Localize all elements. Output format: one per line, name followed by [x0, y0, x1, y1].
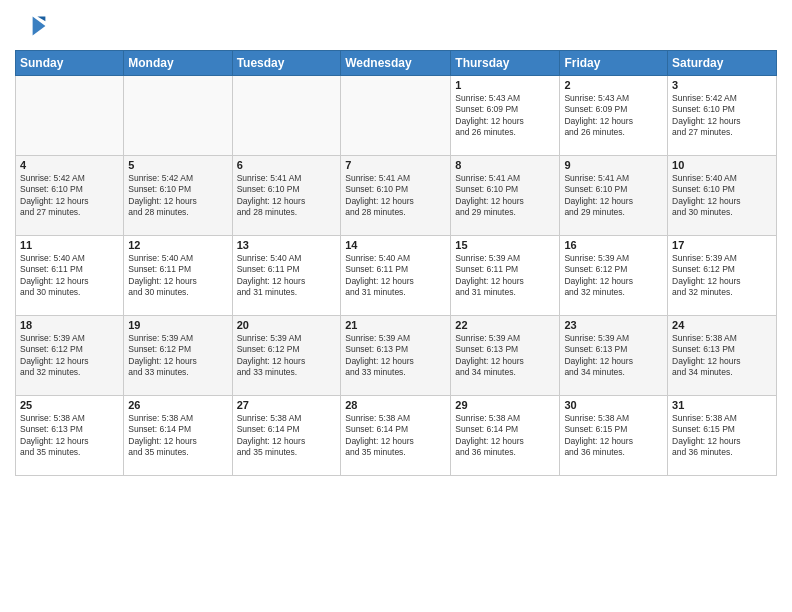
calendar-cell: 28Sunrise: 5:38 AM Sunset: 6:14 PM Dayli… [341, 396, 451, 476]
calendar-cell: 21Sunrise: 5:39 AM Sunset: 6:13 PM Dayli… [341, 316, 451, 396]
calendar-cell: 9Sunrise: 5:41 AM Sunset: 6:10 PM Daylig… [560, 156, 668, 236]
weekday-header-tuesday: Tuesday [232, 51, 341, 76]
weekday-header-sunday: Sunday [16, 51, 124, 76]
calendar-cell [124, 76, 232, 156]
calendar-cell: 29Sunrise: 5:38 AM Sunset: 6:14 PM Dayli… [451, 396, 560, 476]
day-number: 6 [237, 159, 337, 171]
day-info: Sunrise: 5:43 AM Sunset: 6:09 PM Dayligh… [455, 93, 555, 139]
day-info: Sunrise: 5:41 AM Sunset: 6:10 PM Dayligh… [345, 173, 446, 219]
day-number: 2 [564, 79, 663, 91]
calendar-cell: 8Sunrise: 5:41 AM Sunset: 6:10 PM Daylig… [451, 156, 560, 236]
day-number: 4 [20, 159, 119, 171]
header [15, 10, 777, 42]
day-info: Sunrise: 5:38 AM Sunset: 6:14 PM Dayligh… [455, 413, 555, 459]
day-number: 20 [237, 319, 337, 331]
calendar-cell [341, 76, 451, 156]
calendar-week-5: 25Sunrise: 5:38 AM Sunset: 6:13 PM Dayli… [16, 396, 777, 476]
day-info: Sunrise: 5:39 AM Sunset: 6:13 PM Dayligh… [564, 333, 663, 379]
day-number: 19 [128, 319, 227, 331]
weekday-header-saturday: Saturday [668, 51, 777, 76]
weekday-header-thursday: Thursday [451, 51, 560, 76]
day-info: Sunrise: 5:40 AM Sunset: 6:10 PM Dayligh… [672, 173, 772, 219]
calendar-cell: 2Sunrise: 5:43 AM Sunset: 6:09 PM Daylig… [560, 76, 668, 156]
calendar-cell [16, 76, 124, 156]
weekday-header-friday: Friday [560, 51, 668, 76]
day-number: 22 [455, 319, 555, 331]
day-number: 8 [455, 159, 555, 171]
day-info: Sunrise: 5:39 AM Sunset: 6:11 PM Dayligh… [455, 253, 555, 299]
day-number: 13 [237, 239, 337, 251]
day-number: 24 [672, 319, 772, 331]
calendar-cell: 10Sunrise: 5:40 AM Sunset: 6:10 PM Dayli… [668, 156, 777, 236]
page: SundayMondayTuesdayWednesdayThursdayFrid… [0, 0, 792, 612]
calendar-cell: 5Sunrise: 5:42 AM Sunset: 6:10 PM Daylig… [124, 156, 232, 236]
day-number: 16 [564, 239, 663, 251]
calendar-cell: 16Sunrise: 5:39 AM Sunset: 6:12 PM Dayli… [560, 236, 668, 316]
day-info: Sunrise: 5:39 AM Sunset: 6:13 PM Dayligh… [455, 333, 555, 379]
day-info: Sunrise: 5:40 AM Sunset: 6:11 PM Dayligh… [237, 253, 337, 299]
day-info: Sunrise: 5:38 AM Sunset: 6:14 PM Dayligh… [345, 413, 446, 459]
calendar-week-1: 1Sunrise: 5:43 AM Sunset: 6:09 PM Daylig… [16, 76, 777, 156]
day-info: Sunrise: 5:38 AM Sunset: 6:14 PM Dayligh… [237, 413, 337, 459]
day-number: 7 [345, 159, 446, 171]
weekday-header-row: SundayMondayTuesdayWednesdayThursdayFrid… [16, 51, 777, 76]
day-info: Sunrise: 5:40 AM Sunset: 6:11 PM Dayligh… [345, 253, 446, 299]
day-info: Sunrise: 5:39 AM Sunset: 6:12 PM Dayligh… [237, 333, 337, 379]
calendar-cell [232, 76, 341, 156]
calendar-cell: 20Sunrise: 5:39 AM Sunset: 6:12 PM Dayli… [232, 316, 341, 396]
calendar-cell: 18Sunrise: 5:39 AM Sunset: 6:12 PM Dayli… [16, 316, 124, 396]
day-number: 21 [345, 319, 446, 331]
day-info: Sunrise: 5:40 AM Sunset: 6:11 PM Dayligh… [20, 253, 119, 299]
day-number: 25 [20, 399, 119, 411]
calendar: SundayMondayTuesdayWednesdayThursdayFrid… [15, 50, 777, 476]
calendar-cell: 13Sunrise: 5:40 AM Sunset: 6:11 PM Dayli… [232, 236, 341, 316]
day-info: Sunrise: 5:38 AM Sunset: 6:14 PM Dayligh… [128, 413, 227, 459]
day-number: 12 [128, 239, 227, 251]
day-number: 3 [672, 79, 772, 91]
day-info: Sunrise: 5:38 AM Sunset: 6:15 PM Dayligh… [564, 413, 663, 459]
day-number: 31 [672, 399, 772, 411]
day-info: Sunrise: 5:38 AM Sunset: 6:13 PM Dayligh… [672, 333, 772, 379]
calendar-cell: 3Sunrise: 5:42 AM Sunset: 6:10 PM Daylig… [668, 76, 777, 156]
day-number: 9 [564, 159, 663, 171]
calendar-cell: 30Sunrise: 5:38 AM Sunset: 6:15 PM Dayli… [560, 396, 668, 476]
calendar-cell: 1Sunrise: 5:43 AM Sunset: 6:09 PM Daylig… [451, 76, 560, 156]
day-info: Sunrise: 5:38 AM Sunset: 6:15 PM Dayligh… [672, 413, 772, 459]
calendar-cell: 6Sunrise: 5:41 AM Sunset: 6:10 PM Daylig… [232, 156, 341, 236]
day-info: Sunrise: 5:41 AM Sunset: 6:10 PM Dayligh… [237, 173, 337, 219]
calendar-cell: 17Sunrise: 5:39 AM Sunset: 6:12 PM Dayli… [668, 236, 777, 316]
day-number: 18 [20, 319, 119, 331]
day-number: 11 [20, 239, 119, 251]
day-info: Sunrise: 5:39 AM Sunset: 6:12 PM Dayligh… [672, 253, 772, 299]
day-number: 30 [564, 399, 663, 411]
calendar-cell: 15Sunrise: 5:39 AM Sunset: 6:11 PM Dayli… [451, 236, 560, 316]
day-number: 5 [128, 159, 227, 171]
weekday-header-wednesday: Wednesday [341, 51, 451, 76]
day-number: 23 [564, 319, 663, 331]
calendar-week-4: 18Sunrise: 5:39 AM Sunset: 6:12 PM Dayli… [16, 316, 777, 396]
calendar-cell: 12Sunrise: 5:40 AM Sunset: 6:11 PM Dayli… [124, 236, 232, 316]
calendar-cell: 24Sunrise: 5:38 AM Sunset: 6:13 PM Dayli… [668, 316, 777, 396]
calendar-cell: 27Sunrise: 5:38 AM Sunset: 6:14 PM Dayli… [232, 396, 341, 476]
logo-icon [15, 10, 47, 42]
day-number: 28 [345, 399, 446, 411]
day-info: Sunrise: 5:39 AM Sunset: 6:12 PM Dayligh… [564, 253, 663, 299]
day-number: 15 [455, 239, 555, 251]
calendar-cell: 19Sunrise: 5:39 AM Sunset: 6:12 PM Dayli… [124, 316, 232, 396]
day-info: Sunrise: 5:39 AM Sunset: 6:12 PM Dayligh… [128, 333, 227, 379]
calendar-cell: 26Sunrise: 5:38 AM Sunset: 6:14 PM Dayli… [124, 396, 232, 476]
day-info: Sunrise: 5:41 AM Sunset: 6:10 PM Dayligh… [564, 173, 663, 219]
day-info: Sunrise: 5:39 AM Sunset: 6:13 PM Dayligh… [345, 333, 446, 379]
day-number: 1 [455, 79, 555, 91]
calendar-cell: 23Sunrise: 5:39 AM Sunset: 6:13 PM Dayli… [560, 316, 668, 396]
calendar-week-3: 11Sunrise: 5:40 AM Sunset: 6:11 PM Dayli… [16, 236, 777, 316]
day-info: Sunrise: 5:41 AM Sunset: 6:10 PM Dayligh… [455, 173, 555, 219]
calendar-header: SundayMondayTuesdayWednesdayThursdayFrid… [16, 51, 777, 76]
day-info: Sunrise: 5:43 AM Sunset: 6:09 PM Dayligh… [564, 93, 663, 139]
day-info: Sunrise: 5:40 AM Sunset: 6:11 PM Dayligh… [128, 253, 227, 299]
day-info: Sunrise: 5:42 AM Sunset: 6:10 PM Dayligh… [672, 93, 772, 139]
calendar-cell: 22Sunrise: 5:39 AM Sunset: 6:13 PM Dayli… [451, 316, 560, 396]
calendar-cell: 31Sunrise: 5:38 AM Sunset: 6:15 PM Dayli… [668, 396, 777, 476]
day-number: 26 [128, 399, 227, 411]
weekday-header-monday: Monday [124, 51, 232, 76]
